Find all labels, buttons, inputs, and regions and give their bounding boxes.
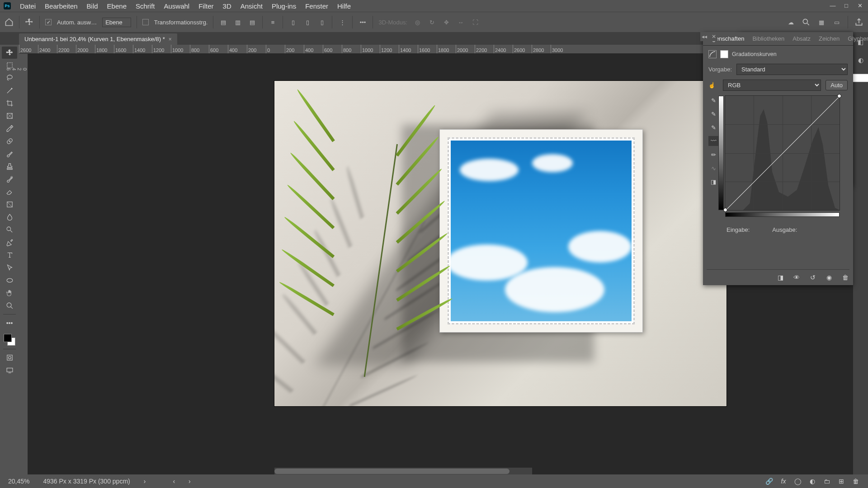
doc-info-readout[interactable]: 4936 Px x 3319 Px (300 ppcm) [43, 478, 130, 485]
group-icon[interactable]: 🗀 [823, 477, 831, 485]
curve-point-shadow[interactable] [723, 208, 727, 212]
more-options-icon[interactable]: ••• [358, 18, 367, 27]
curve-clip-icon[interactable]: ◨ [708, 177, 718, 187]
sample-white-icon[interactable]: ✎ [708, 122, 718, 132]
toggle-visibility-icon[interactable]: 👁 [793, 273, 801, 282]
ruler-vertical[interactable]: 0246 [19, 54, 28, 474]
menu-item[interactable]: Hilfe [333, 0, 355, 12]
align-middle-icon[interactable]: ▯ [303, 18, 312, 27]
artboard[interactable] [274, 81, 726, 406]
tab-glyphs[interactable]: Glyphen [844, 32, 868, 45]
menu-item[interactable]: Fenster [301, 0, 333, 12]
transform-controls-checkbox[interactable] [142, 19, 149, 25]
mask-icon[interactable]: ◯ [794, 477, 802, 485]
menu-item[interactable]: Bearbeiten [40, 0, 82, 12]
color-swatches[interactable] [3, 333, 16, 347]
target-adjust-icon[interactable]: ☝ [708, 82, 718, 89]
zoom-readout[interactable]: 20,45% [8, 478, 29, 485]
align-top-icon[interactable]: ▯ [288, 18, 297, 27]
align-bottom-icon[interactable]: ▯ [317, 18, 326, 27]
brush-tool[interactable] [2, 148, 17, 160]
hand-tool[interactable] [2, 287, 17, 299]
menu-item[interactable]: Ansicht [236, 0, 267, 12]
link-icon[interactable]: 🔗 [765, 477, 773, 485]
preset-dropdown[interactable]: Standard [736, 64, 848, 75]
curve-point-highlight[interactable] [837, 94, 841, 98]
align-right-icon[interactable]: ▤ [248, 18, 257, 27]
delete-layer-icon[interactable]: 🗑 [852, 477, 860, 485]
eyedropper-tool[interactable] [2, 122, 17, 135]
auto-select-checkbox[interactable] [45, 19, 52, 25]
clip-to-layer-icon[interactable]: ◨ [776, 273, 784, 282]
timeline-prev-icon[interactable]: ‹ [173, 478, 175, 485]
pan-3d-icon: ✥ [442, 18, 451, 27]
blur-tool[interactable] [2, 211, 17, 223]
channel-dropdown[interactable]: RGB [723, 80, 821, 91]
curves-graph[interactable] [725, 95, 840, 211]
eraser-tool[interactable] [2, 186, 17, 198]
heal-tool[interactable] [2, 135, 17, 147]
preview-icon[interactable]: ◉ [825, 273, 833, 282]
maximize-button[interactable]: □ [840, 1, 853, 10]
timeline-next-icon[interactable]: › [189, 478, 191, 485]
magic-wand-tool[interactable] [2, 84, 17, 97]
tab-character[interactable]: Zeichen [815, 32, 844, 45]
menu-item[interactable]: Auswahl [160, 0, 194, 12]
foreground-color[interactable] [4, 334, 12, 342]
target-dropdown[interactable]: Ebene [102, 18, 131, 27]
menu-item[interactable]: Filter [194, 0, 218, 12]
tab-paragraph[interactable]: Absatz [788, 32, 815, 45]
workspace-icon[interactable]: ▭ [832, 18, 841, 27]
screen-mode-icon[interactable] [2, 364, 17, 376]
menu-item[interactable]: Schrift [131, 0, 160, 12]
move-tool-icon[interactable] [25, 18, 34, 27]
gradient-tool[interactable] [2, 198, 17, 211]
zoom-tool[interactable] [2, 300, 17, 312]
close-button[interactable]: ✕ [854, 1, 866, 10]
swatches-panel-icon[interactable]: ◐ [856, 56, 865, 65]
sample-black-icon[interactable]: ✎ [708, 95, 718, 105]
edit-toolbar-icon[interactable]: ••• [2, 317, 17, 329]
fx-icon[interactable]: fx [779, 477, 788, 485]
horizontal-scrollbar[interactable] [274, 468, 532, 475]
doc-info-chevron[interactable]: › [144, 478, 146, 485]
curve-point-tool[interactable]: 〰 [708, 136, 718, 146]
new-layer-icon[interactable]: ⊞ [837, 477, 845, 485]
frame-tool[interactable] [2, 110, 17, 122]
align-center-h-icon[interactable]: ▥ [233, 18, 242, 27]
close-tab-icon[interactable]: × [169, 36, 172, 42]
stamp-tool[interactable] [2, 160, 17, 173]
sample-gray-icon[interactable]: ✎ [708, 109, 718, 119]
pen-tool[interactable] [2, 236, 17, 249]
distribute-v-icon[interactable]: ⋮ [338, 18, 347, 27]
distribute-icon[interactable]: ≡ [268, 18, 277, 27]
quick-mask-icon[interactable] [2, 352, 17, 364]
auto-button[interactable]: Auto [826, 80, 848, 90]
menu-item[interactable]: Datei [15, 0, 40, 12]
home-icon[interactable] [5, 18, 14, 27]
dodge-tool[interactable] [2, 224, 17, 236]
reset-icon[interactable]: ↺ [809, 273, 817, 282]
arrange-icon[interactable]: ▦ [817, 18, 826, 27]
path-select-tool[interactable] [2, 262, 17, 274]
tab-libraries[interactable]: Bibliotheken [748, 32, 788, 45]
menu-item[interactable]: Ebene [103, 0, 131, 12]
history-brush-tool[interactable] [2, 173, 17, 185]
shape-tool[interactable] [2, 274, 17, 286]
delete-adjustment-icon[interactable]: 🗑 [841, 273, 849, 282]
search-icon[interactable] [802, 18, 811, 27]
menu-item[interactable]: Bild [82, 0, 103, 12]
minimize-button[interactable]: — [826, 1, 839, 10]
cloud-icon[interactable]: ☁ [786, 18, 795, 27]
type-tool[interactable] [2, 249, 17, 261]
menu-item[interactable]: Plug-ins [267, 0, 301, 12]
share-icon[interactable] [854, 18, 863, 27]
menu-item[interactable]: 3D [218, 0, 236, 12]
panel-collapse-button[interactable]: ◂◂ ✕ [700, 32, 717, 41]
scrollbar-thumb[interactable] [274, 469, 509, 474]
adjustment-layer-icon[interactable]: ◐ [808, 477, 816, 485]
document-tab[interactable]: Unbenannt-1 bei 20,4% (Kurven 1, Ebenenm… [19, 33, 177, 45]
align-left-icon[interactable]: ▤ [219, 18, 228, 27]
crop-tool[interactable] [2, 97, 17, 109]
curve-pencil-tool[interactable]: ✏ [708, 150, 718, 160]
